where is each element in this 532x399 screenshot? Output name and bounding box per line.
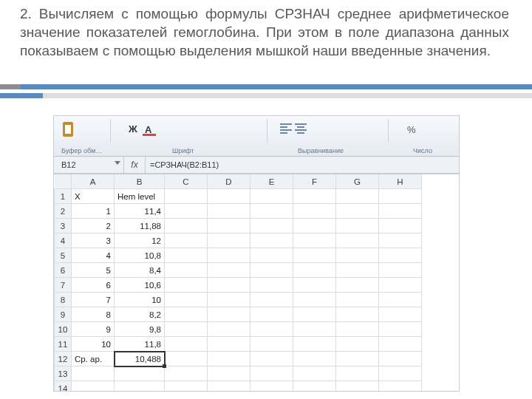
- cell[interactable]: [250, 278, 293, 293]
- cell[interactable]: 2: [72, 219, 115, 233]
- cell[interactable]: [379, 219, 422, 233]
- cell[interactable]: [208, 381, 250, 392]
- cell[interactable]: [379, 248, 422, 263]
- row-header[interactable]: 14: [55, 381, 72, 392]
- cell[interactable]: [379, 263, 422, 278]
- cell[interactable]: [208, 293, 250, 307]
- row-header[interactable]: 9: [55, 307, 72, 322]
- cell[interactable]: [208, 278, 250, 293]
- cell[interactable]: [293, 263, 336, 278]
- cell[interactable]: [379, 352, 422, 366]
- cell[interactable]: [208, 219, 250, 233]
- cell[interactable]: [336, 278, 379, 293]
- cell[interactable]: [165, 322, 208, 337]
- cell[interactable]: [250, 219, 293, 233]
- cell[interactable]: [208, 366, 250, 381]
- cell[interactable]: [250, 337, 293, 352]
- cell[interactable]: [165, 366, 208, 381]
- column-header-B[interactable]: B: [115, 174, 165, 189]
- cell[interactable]: [165, 293, 208, 307]
- cell[interactable]: 7: [72, 293, 115, 307]
- cell[interactable]: 10,6: [115, 278, 165, 293]
- cell[interactable]: [293, 233, 336, 248]
- cell[interactable]: [250, 263, 293, 278]
- cell[interactable]: 9: [72, 322, 115, 337]
- cell[interactable]: 3: [72, 233, 115, 248]
- cell[interactable]: [293, 219, 336, 233]
- cell[interactable]: [336, 233, 379, 248]
- cell[interactable]: [293, 352, 336, 366]
- cell[interactable]: 8,4: [115, 263, 165, 278]
- cell[interactable]: [293, 278, 336, 293]
- cell[interactable]: [336, 307, 379, 322]
- cell[interactable]: [293, 204, 336, 219]
- cell[interactable]: [208, 189, 250, 204]
- cell[interactable]: [336, 366, 379, 381]
- cell[interactable]: [165, 352, 208, 366]
- column-header-F[interactable]: F: [293, 174, 336, 189]
- cell[interactable]: [293, 322, 336, 337]
- cell[interactable]: [379, 189, 422, 204]
- cell[interactable]: [379, 293, 422, 307]
- cell[interactable]: [379, 322, 422, 337]
- cell[interactable]: [293, 293, 336, 307]
- row-header[interactable]: 12: [55, 352, 72, 366]
- row-header[interactable]: 4: [55, 233, 72, 248]
- cell[interactable]: 4: [72, 248, 115, 263]
- cell[interactable]: Hem level: [115, 189, 165, 204]
- cell[interactable]: 11,88: [115, 219, 165, 233]
- cell[interactable]: [165, 248, 208, 263]
- cell[interactable]: [208, 263, 250, 278]
- cell[interactable]: [208, 352, 250, 366]
- cell[interactable]: [208, 248, 250, 263]
- cell[interactable]: [208, 233, 250, 248]
- name-box[interactable]: B12: [54, 157, 124, 173]
- row-header[interactable]: 8: [55, 293, 72, 307]
- fx-button[interactable]: fx: [124, 157, 146, 173]
- cell[interactable]: [250, 189, 293, 204]
- cell[interactable]: [165, 307, 208, 322]
- cell[interactable]: [379, 366, 422, 381]
- cell[interactable]: 12: [115, 233, 165, 248]
- cell[interactable]: [250, 322, 293, 337]
- select-all-corner[interactable]: [55, 174, 72, 189]
- cell[interactable]: [208, 307, 250, 322]
- cell[interactable]: [336, 248, 379, 263]
- cell[interactable]: [165, 381, 208, 392]
- row-header[interactable]: 13: [55, 366, 72, 381]
- cell[interactable]: [379, 337, 422, 352]
- column-header-A[interactable]: A: [72, 174, 115, 189]
- cell[interactable]: [250, 381, 293, 392]
- cell[interactable]: [165, 189, 208, 204]
- cell[interactable]: [379, 278, 422, 293]
- cell[interactable]: [336, 293, 379, 307]
- cell[interactable]: [250, 248, 293, 263]
- formula-input[interactable]: =СРЗНАЧ(B2:B11): [146, 157, 459, 173]
- cell[interactable]: 10,8: [115, 248, 165, 263]
- column-header-H[interactable]: H: [379, 174, 422, 189]
- cell[interactable]: [250, 352, 293, 366]
- cell[interactable]: [165, 204, 208, 219]
- cell[interactable]: [293, 381, 336, 392]
- row-header[interactable]: 11: [55, 337, 72, 352]
- cell[interactable]: [379, 381, 422, 392]
- cell[interactable]: [208, 204, 250, 219]
- cell[interactable]: [115, 366, 165, 381]
- cell[interactable]: 10: [115, 293, 165, 307]
- cell[interactable]: [208, 337, 250, 352]
- row-header[interactable]: 7: [55, 278, 72, 293]
- cell[interactable]: 6: [72, 278, 115, 293]
- cell[interactable]: [293, 337, 336, 352]
- cell[interactable]: 11,8: [115, 337, 165, 352]
- row-header[interactable]: 10: [55, 322, 72, 337]
- worksheet[interactable]: ABCDEFGH 1XHem level2111,43211,884312541…: [54, 174, 459, 391]
- cell[interactable]: 8,2: [115, 307, 165, 322]
- cell[interactable]: [165, 219, 208, 233]
- row-header[interactable]: 1: [55, 189, 72, 204]
- cell[interactable]: 5: [72, 263, 115, 278]
- cell[interactable]: [336, 381, 379, 392]
- cell[interactable]: [336, 263, 379, 278]
- cell[interactable]: 10: [72, 337, 115, 352]
- cell[interactable]: [165, 233, 208, 248]
- cell[interactable]: [336, 322, 379, 337]
